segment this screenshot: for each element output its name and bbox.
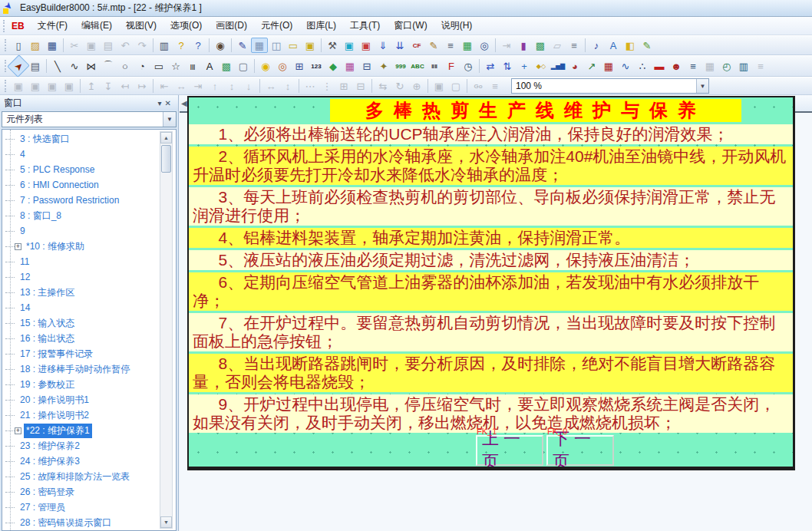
open-folder-icon[interactable]: ▨ <box>27 38 44 53</box>
picture-tool-icon[interactable]: ▩ <box>218 58 235 74</box>
grid-icon[interactable]: ▦ <box>251 38 268 53</box>
tree-item-20[interactable]: 20 : 操作说明书1 <box>2 392 176 407</box>
zoom-level-combobox[interactable]: 100 %▼ <box>511 78 709 94</box>
macro-editor-icon[interactable]: ✎ <box>639 38 655 53</box>
hmi-instruction-4[interactable]: 4、铝棒进料架装置，轴承定期加注黄油，保持润滑正常。 <box>189 228 793 248</box>
eb-menu-icon[interactable]: EB <box>12 21 25 31</box>
rotate-icon[interactable]: ↻ <box>391 78 408 94</box>
tree-item-11[interactable]: 11 <box>2 254 176 269</box>
ascii-object-icon[interactable]: ◆ <box>325 58 342 74</box>
shape-manager-icon[interactable]: ▱ <box>549 38 566 53</box>
hmi-screen-title[interactable]: 多棒热剪生产线维护与保养 <box>330 99 741 122</box>
function-key-icon[interactable]: ✦ <box>375 58 392 74</box>
copy-icon[interactable]: ▣ <box>83 38 100 53</box>
tree-item-5[interactable]: 5 : PLC Response <box>2 162 176 177</box>
picture-manager-icon[interactable]: ▩ <box>532 38 549 53</box>
address-viewer-icon[interactable]: ◎ <box>476 38 493 53</box>
chevron-down-icon[interactable]: ▼ <box>696 79 708 93</box>
paste-icon[interactable]: ▤ <box>100 38 117 53</box>
tag-library-icon[interactable]: ◧ <box>622 38 639 53</box>
pin-icon[interactable]: ⊕ <box>408 78 425 94</box>
move-shape-icon[interactable]: + <box>516 58 533 74</box>
window-settings-icon[interactable]: ▭ <box>285 38 302 53</box>
hmi-instruction-8[interactable]: 8、当出现断路器跳闸时，要分析原因，及时排除，绝对不能盲目增大断路器容量，否则会… <box>189 354 793 392</box>
tree-item-26[interactable]: 26 : 密码登录 <box>2 484 176 500</box>
nudge-down-icon[interactable]: ↧ <box>100 78 117 94</box>
hmi-instruction-7[interactable]: 7、在开炉过程中。要留意热剪机自动剪切情况，当出现故障时要及时按下控制面板上的急… <box>189 313 793 351</box>
draw-pen-icon[interactable]: ✎ <box>234 38 251 53</box>
expand-icon[interactable]: + <box>15 243 21 250</box>
tree-item-9[interactable]: 9 <box>2 223 176 239</box>
alarm-bar-icon[interactable]: ▬ <box>651 58 668 74</box>
circle-tool-icon[interactable]: ○ <box>117 58 134 74</box>
hmi-instruction-1[interactable]: 1、必须将出棒输送轮的UCP轴承座注入润滑油，保持良好的润滑效果； <box>189 124 793 144</box>
nudge-up-icon[interactable]: ↥ <box>83 78 100 94</box>
tree-item-21[interactable]: 21 : 操作说明书2 <box>2 407 176 423</box>
set-word-icon[interactable]: ⇅ <box>499 58 516 74</box>
freehand-tool-icon[interactable]: ∿ <box>66 58 83 74</box>
prev-page-button[interactable]: FK_1 上一页 <box>476 435 543 466</box>
menu-item-8[interactable]: 窗口(W) <box>387 17 434 35</box>
tree-item-4[interactable]: 4 <box>2 147 176 162</box>
layer-list-icon[interactable]: ≡ <box>487 78 503 94</box>
go-to-icon[interactable]: Go <box>470 78 487 94</box>
tree-item-12[interactable]: 12 <box>2 269 176 285</box>
object-list-dropdown[interactable]: 元件列表 ▼ <box>2 111 177 127</box>
menu-item-6[interactable]: 图库(L) <box>299 17 343 35</box>
text-tool-icon[interactable]: A <box>201 58 218 74</box>
hmi-instruction-5[interactable]: 5、液压站的液压油必须定期过滤，清洗过滤网，保持液压油清洁； <box>189 250 793 270</box>
set-bit-icon[interactable]: ⇄ <box>482 58 499 74</box>
tree-item-6[interactable]: 6 : HMI Connection <box>2 177 176 193</box>
scale-tool-icon[interactable]: ||| <box>184 58 201 74</box>
tree-item-27[interactable]: 27 : 管理员 <box>2 500 176 515</box>
menu-item-1[interactable]: 编辑(E) <box>74 17 119 35</box>
flip-horizontal-icon[interactable]: ⇆ <box>375 78 391 94</box>
compile-icon[interactable]: ⚒ <box>324 38 341 53</box>
hmi-screen-canvas[interactable]: 多棒热剪生产线维护与保养 1、必须将出棒输送轮的UCP轴承座注入润滑油，保持良好… <box>187 96 795 470</box>
context-help-icon[interactable]: ? <box>190 38 206 53</box>
tree-item-3[interactable]: 3 : 快选窗口 <box>2 131 176 147</box>
history-table-icon[interactable]: ▦ <box>600 58 617 74</box>
arc-tool-icon[interactable]: ⌒ <box>100 58 117 74</box>
import-icon[interactable]: ⇥ <box>498 38 515 53</box>
edit-data-icon[interactable]: ✎ <box>425 38 442 53</box>
tree-item-24[interactable]: 24 : 维护保养3 <box>2 453 176 469</box>
bit-lamp-icon[interactable]: ◉ <box>257 58 274 74</box>
sound-library-icon[interactable]: ♪ <box>588 38 605 53</box>
hmi-instruction-3[interactable]: 3、每天上班前必须检查热剪机的剪切部位、导向板必须保持润滑正常，禁止无润滑进行使… <box>189 187 793 226</box>
label-library-icon[interactable]: A <box>605 38 622 53</box>
align-middle-icon[interactable]: ↕ <box>223 78 240 94</box>
tree-item-15[interactable]: 15 : 输入状态 <box>2 315 176 331</box>
document-icon[interactable]: ≡ <box>752 58 769 74</box>
menu-item-4[interactable]: 画图(D) <box>209 17 254 35</box>
word-lamp-icon[interactable]: ⊞ <box>291 58 308 74</box>
same-size-icon[interactable]: ⊞ <box>335 78 352 94</box>
menu-item-5[interactable]: 元件(O) <box>254 17 299 35</box>
xy-plot-icon[interactable]: ∴ <box>634 58 651 74</box>
barcode-icon[interactable]: ‖‖ <box>426 58 443 74</box>
oscilloscope-icon[interactable]: ∿ <box>617 58 634 74</box>
build-download-data-icon[interactable]: ⇊ <box>391 38 408 53</box>
direct-window-icon[interactable]: ⊟ <box>358 58 375 74</box>
align-bottom-icon[interactable]: ↓ <box>240 78 257 94</box>
pie-tool-icon[interactable]: ◔ <box>134 58 150 74</box>
cf-card-icon[interactable]: CF <box>408 38 425 53</box>
find-icon[interactable]: ◉ <box>212 38 229 53</box>
tree-item-22[interactable]: +*22 : 维护保养1 <box>2 423 176 438</box>
meter-display-icon[interactable]: ◕ <box>566 58 583 74</box>
resize-icon[interactable]: ⊟ <box>352 78 369 94</box>
numeric-object-icon[interactable]: 123 <box>308 58 325 74</box>
line-tool-icon[interactable]: ╲ <box>49 58 66 74</box>
menu-item-9[interactable]: 说明(H) <box>434 17 480 35</box>
align-top-icon[interactable]: ↑ <box>206 78 223 94</box>
tree-item-17[interactable]: 17 : 报警事件记录 <box>2 346 176 361</box>
scheduler-icon[interactable]: ◴ <box>718 58 735 74</box>
scroll-down-icon[interactable]: ▼ <box>160 516 172 528</box>
backup-icon[interactable]: ▥ <box>735 58 752 74</box>
animation-icon[interactable]: ◆◇ <box>533 58 550 74</box>
tree-item-10[interactable]: +*10 : 维修求助 <box>2 239 176 254</box>
panel-collapse-icon[interactable]: ▾ <box>158 99 165 107</box>
menu-item-0[interactable]: 文件(F) <box>31 17 74 35</box>
trend-display-icon[interactable]: ↗ <box>583 58 600 74</box>
menu-item-2[interactable]: 视图(V) <box>119 17 163 35</box>
